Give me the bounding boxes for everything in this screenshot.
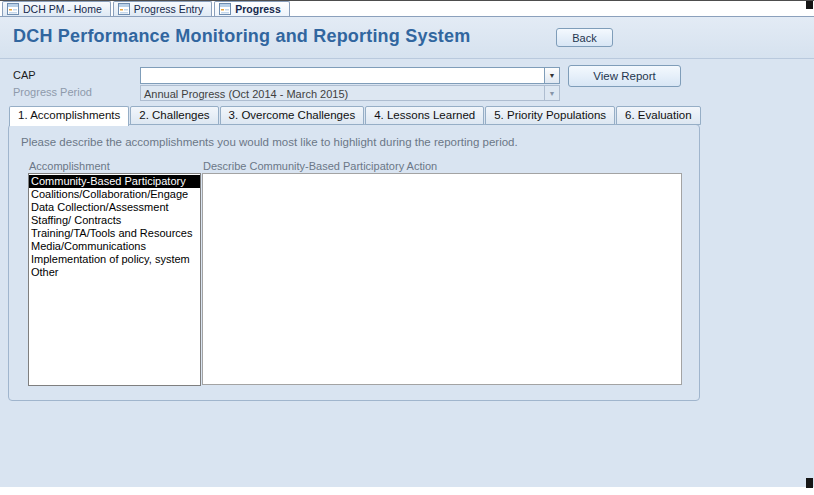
instruction-text: Please describe the accomplishments you … bbox=[21, 136, 518, 148]
list-item[interactable]: Staffing/ Contracts bbox=[29, 214, 200, 227]
tab-evaluation[interactable]: 6. Evaluation bbox=[616, 106, 701, 125]
back-button[interactable]: Back bbox=[556, 28, 613, 47]
cap-combobox[interactable]: ▼ bbox=[140, 67, 560, 84]
tab-lessons-learned[interactable]: 4. Lessons Learned bbox=[365, 106, 484, 125]
page-title: DCH Performance Monitoring and Reporting… bbox=[13, 26, 470, 47]
tab-overcome-challenges[interactable]: 3. Overcome Challenges bbox=[220, 106, 365, 125]
form-header: DCH Performance Monitoring and Reporting… bbox=[0, 17, 814, 59]
doc-tab-label: Progress bbox=[235, 3, 281, 15]
window-bottom-strip bbox=[0, 487, 814, 495]
dropdown-arrow-icon[interactable]: ▼ bbox=[544, 68, 559, 83]
form-icon bbox=[7, 3, 19, 15]
accomplishment-listbox[interactable]: Community-Based Participatory Coalitions… bbox=[28, 173, 201, 386]
list-item[interactable]: Training/TA/Tools and Resources bbox=[29, 227, 200, 240]
progress-period-label: Progress Period bbox=[13, 86, 92, 98]
section-tab-strip: 1. Accomplishments 2. Challenges 3. Over… bbox=[9, 106, 701, 125]
doc-tab-progress[interactable]: Progress bbox=[214, 1, 290, 16]
window-edge-artifact bbox=[806, 1, 813, 9]
accomplishment-list-label: Accomplishment bbox=[29, 160, 110, 172]
list-item[interactable]: Implementation of policy, system bbox=[29, 253, 200, 266]
progress-period-value: Annual Progress (Oct 2014 - March 2015) bbox=[141, 86, 544, 100]
list-item[interactable]: Community-Based Participatory bbox=[29, 175, 200, 188]
list-item[interactable]: Data Collection/Assessment bbox=[29, 201, 200, 214]
cap-combobox-value bbox=[141, 68, 544, 83]
tab-accomplishments[interactable]: 1. Accomplishments bbox=[9, 106, 129, 126]
cap-label: CAP bbox=[13, 69, 36, 81]
tab-challenges[interactable]: 2. Challenges bbox=[130, 106, 218, 125]
doc-tab-label: Progress Entry bbox=[134, 3, 203, 15]
accomplishments-panel: Please describe the accomplishments you … bbox=[8, 124, 700, 401]
description-textarea[interactable] bbox=[202, 173, 682, 385]
view-report-button[interactable]: View Report bbox=[568, 65, 681, 87]
progress-period-combobox-disabled: Annual Progress (Oct 2014 - March 2015) … bbox=[140, 85, 560, 101]
access-window: DCH PM - Home Progress Entry Progress DC… bbox=[0, 0, 814, 495]
list-item[interactable]: Coalitions/Collaboration/Engage bbox=[29, 188, 200, 201]
form-area: DCH Performance Monitoring and Reporting… bbox=[0, 17, 814, 487]
list-item[interactable]: Media/Communications bbox=[29, 240, 200, 253]
dropdown-arrow-icon-disabled: ▼ bbox=[544, 86, 559, 100]
tab-priority-populations[interactable]: 5. Priority Populations bbox=[485, 106, 615, 125]
document-tab-bar: DCH PM - Home Progress Entry Progress bbox=[0, 1, 814, 17]
form-icon bbox=[219, 3, 231, 15]
doc-tab-label: DCH PM - Home bbox=[23, 3, 102, 15]
describe-action-label: Describe Community-Based Participatory A… bbox=[203, 160, 437, 172]
doc-tab-dch-pm-home[interactable]: DCH PM - Home bbox=[2, 1, 111, 16]
form-icon bbox=[118, 3, 130, 15]
doc-tab-progress-entry[interactable]: Progress Entry bbox=[113, 1, 212, 16]
list-item[interactable]: Other bbox=[29, 266, 200, 279]
window-edge-artifact bbox=[806, 478, 813, 488]
